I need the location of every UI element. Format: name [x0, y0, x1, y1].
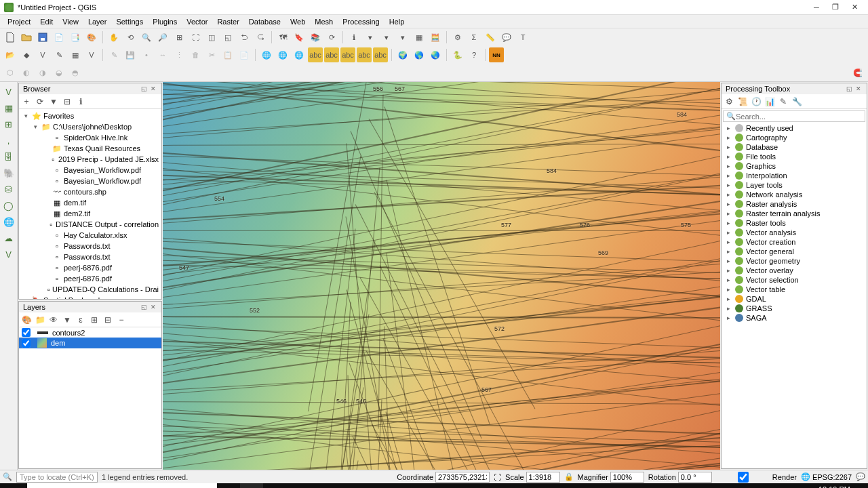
browser-item[interactable]: ▫Bayesian_Workflow.pdf	[20, 165, 160, 176]
acrobat-icon[interactable]: A	[355, 483, 378, 488]
task-icon-4[interactable]: ▦	[448, 483, 471, 488]
zoom-out-button[interactable]: 🔎	[155, 30, 170, 45]
toolbox-float-button[interactable]: ◱	[845, 85, 853, 93]
toolbox-group[interactable]: ▸Database	[722, 142, 867, 152]
plugin-button-5[interactable]: abc	[324, 47, 339, 62]
menu-vector[interactable]: Vector	[182, 16, 212, 27]
new-virtual-button[interactable]: ▦	[68, 47, 83, 62]
browser-item[interactable]: ▫UPDATED-Q Calculations - Drai	[20, 284, 160, 295]
toolbox-group[interactable]: ▸Vector table	[722, 285, 867, 294]
new-bookmark-button[interactable]: 🔖	[292, 30, 307, 45]
toolbox-group[interactable]: ▸Vector general	[722, 247, 867, 256]
add-mssql-button[interactable]: ⛁	[2, 182, 16, 196]
coord-input[interactable]	[435, 472, 490, 483]
new-print-layout-button[interactable]: 📄	[52, 30, 66, 45]
render-checkbox[interactable]	[716, 472, 770, 483]
outlook-icon[interactable]: ✉	[286, 483, 309, 488]
save-project-button[interactable]	[35, 30, 50, 45]
menu-raster[interactable]: Raster	[212, 16, 243, 27]
toolbox-group[interactable]: ▸Raster terrain analysis	[722, 209, 867, 218]
menu-layer[interactable]: Layer	[83, 16, 112, 27]
menu-mesh[interactable]: Mesh	[310, 16, 338, 27]
toolbox-search[interactable]: 🔍	[723, 110, 865, 122]
locator-input[interactable]: Type to locate (Ctrl+K)	[16, 472, 98, 483]
field-calculator-button[interactable]: 🧮	[428, 30, 443, 45]
toolbox-tree[interactable]: ▸Recently used▸Cartography▸Database▸File…	[722, 123, 867, 468]
browser-item[interactable]: ▫Passwords.txt	[20, 241, 160, 251]
identify-dropdown[interactable]: ▾	[363, 30, 378, 45]
zoom-last-button[interactable]: ⮌	[237, 30, 252, 45]
add-csv-button[interactable]: ,	[2, 134, 16, 147]
new-shapefile-button[interactable]: V	[35, 47, 50, 62]
toolbox-group[interactable]: ▸Raster tools	[722, 218, 867, 228]
browser-close-button[interactable]: ✕	[149, 85, 157, 93]
task-icon-8[interactable]: ●	[563, 483, 586, 488]
zoom-native-button[interactable]: ⊞	[172, 30, 186, 45]
pan-to-selection-button[interactable]: ⟲	[123, 30, 138, 45]
add-postgis-button[interactable]: 🐘	[2, 166, 16, 180]
refresh-button[interactable]: ⟳	[324, 30, 339, 45]
browser-item[interactable]: ▫Bayesian_Workflow.pdf	[20, 176, 160, 186]
add-mesh-button[interactable]: ⊞	[2, 117, 16, 131]
layout-manager-button[interactable]: 📑	[68, 30, 83, 45]
bookmarks-button[interactable]: 📚	[308, 30, 323, 45]
explorer-icon[interactable]: 📁	[494, 483, 517, 488]
plugin-button-7[interactable]: abc	[357, 47, 372, 62]
layer-expr[interactable]: ε	[75, 314, 87, 326]
crs-button[interactable]: 🌐 EPSG:2267	[801, 472, 852, 481]
toolbox-group[interactable]: ▸SAGA	[722, 313, 867, 323]
new-spatialite-button[interactable]: ✎	[52, 47, 66, 62]
add-oracle-button[interactable]: ◯	[2, 199, 16, 212]
toolbox-group[interactable]: ▸Vector selection	[722, 275, 867, 285]
zoom-full-button[interactable]: ⛶	[188, 30, 203, 45]
messages-icon[interactable]: 💬	[856, 472, 865, 481]
deselect-dropdown[interactable]: ▾	[395, 30, 410, 45]
plugin-button-2[interactable]: 🌐	[275, 47, 290, 62]
layer-remove[interactable]: −	[115, 314, 127, 326]
annotation-button[interactable]: T	[515, 30, 530, 45]
open-project-button[interactable]	[19, 30, 34, 45]
menu-help[interactable]: Help	[384, 16, 410, 27]
browser-tree[interactable]: ▾⭐Favorites▾📁C:\Users\johne\Desktop▫Spid…	[19, 109, 161, 299]
layer-row[interactable]: contours2	[19, 327, 161, 338]
add-layer-button[interactable]: +	[20, 96, 33, 108]
menu-web[interactable]: Web	[285, 16, 310, 27]
python-button[interactable]: 🐍	[450, 47, 465, 62]
pan-button[interactable]: ✋	[106, 30, 121, 45]
plugin-button-6[interactable]: abc	[340, 47, 355, 62]
qgis-task-icon[interactable]: Q	[240, 483, 263, 488]
menu-edit[interactable]: Edit	[35, 16, 58, 27]
menu-database[interactable]: Database	[244, 16, 285, 27]
layer-add-group[interactable]: 📁	[34, 314, 46, 326]
browser-item[interactable]: ▫SpiderOak Hive.lnk	[20, 132, 160, 143]
layers-list[interactable]: contours2dem	[19, 327, 161, 468]
add-vector-button[interactable]: V	[2, 85, 16, 98]
browser-item[interactable]: 📁Texas Quail Resources	[20, 143, 160, 154]
toolbox-script-button[interactable]: 📜	[736, 96, 749, 108]
toolbox-button[interactable]: ⚙	[450, 30, 465, 45]
browser-item[interactable]: ▦dem.tif	[20, 197, 160, 208]
statistics-button[interactable]: Σ	[467, 30, 481, 45]
nn-join-button[interactable]: NN	[489, 47, 504, 62]
cortana-icon[interactable]: ○	[217, 483, 240, 488]
render-field[interactable]: Render	[716, 472, 797, 483]
style-manager-button[interactable]: 🎨	[84, 30, 99, 45]
word-icon[interactable]: W	[263, 483, 286, 488]
task-icon-7[interactable]: A	[540, 483, 563, 488]
add-raster-button[interactable]: ▦	[2, 101, 16, 115]
new-geopackage-button[interactable]: ◆	[19, 47, 34, 62]
toolbox-group[interactable]: ▸Vector analysis	[722, 228, 867, 237]
lock-scale-icon[interactable]: 🔒	[564, 472, 574, 481]
toolbox-group[interactable]: ▸GDAL	[722, 294, 867, 304]
close-button[interactable]: ✕	[845, 0, 864, 15]
globe-button-2[interactable]: 🌎	[412, 47, 427, 62]
new-project-button[interactable]	[3, 30, 18, 45]
chrome-icon[interactable]: ●	[332, 483, 355, 488]
menu-view[interactable]: View	[58, 16, 83, 27]
task-icon-1[interactable]: ▦	[378, 483, 401, 488]
extents-icon[interactable]: ⛶	[494, 473, 501, 481]
menu-processing[interactable]: Processing	[338, 16, 384, 27]
task-icon-5[interactable]: ▦	[471, 483, 494, 488]
minimize-button[interactable]: ─	[807, 0, 826, 15]
toolbox-group[interactable]: ▸Vector overlay	[722, 266, 867, 275]
